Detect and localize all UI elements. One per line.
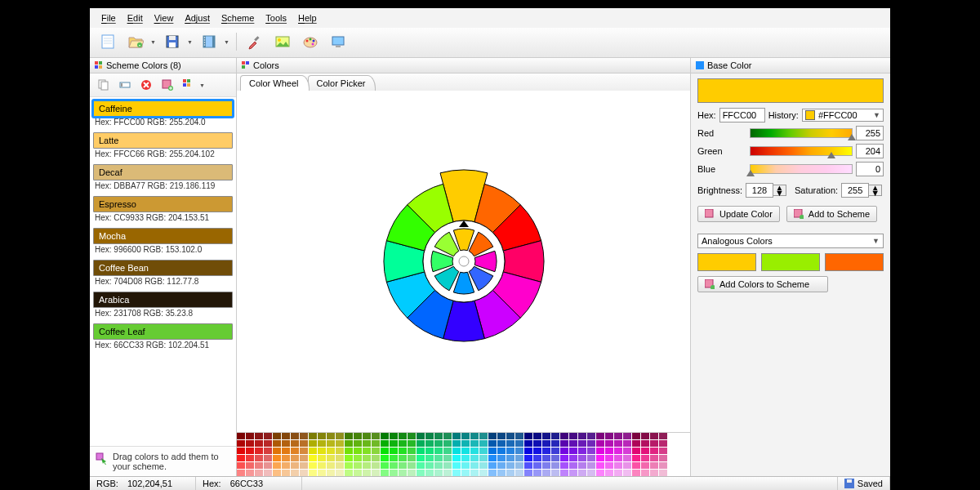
chevron-down-icon: ▼ <box>872 237 880 245</box>
color-wheel[interactable] <box>237 91 690 432</box>
copy-button[interactable] <box>95 77 113 93</box>
svg-rect-184 <box>587 448 595 454</box>
svg-rect-215 <box>434 455 443 461</box>
tab-color-picker[interactable]: Color Picker <box>308 75 376 91</box>
green-slider[interactable] <box>750 146 853 156</box>
section-base-label: Base Color <box>707 60 751 70</box>
history-select[interactable]: #FFCC00 ▼ <box>802 109 884 122</box>
svg-rect-282 <box>605 462 613 469</box>
svg-rect-256 <box>372 462 380 469</box>
save-dropdown-icon[interactable]: ▼ <box>187 39 193 45</box>
scheme-swatch[interactable]: DecafHex: DBBA77 RGB: 219.186.119 <box>93 164 233 194</box>
blue-slider[interactable] <box>750 164 853 174</box>
scheme-swatch[interactable]: CaffeineHex: FFCC00 RGB: 255.204.0 <box>93 100 233 130</box>
eyedropper-button[interactable] <box>243 31 266 52</box>
rename-button[interactable] <box>116 77 134 93</box>
svg-rect-32 <box>696 61 704 69</box>
tab-color-wheel[interactable]: Color Wheel <box>240 75 310 91</box>
saturation-spinner[interactable]: ▲▼ <box>841 183 882 198</box>
menu-scheme[interactable]: Scheme <box>216 11 259 24</box>
menu-help[interactable]: Help <box>293 11 322 24</box>
open-file-button[interactable] <box>124 31 147 52</box>
red-value[interactable] <box>856 126 884 140</box>
svg-rect-28 <box>99 65 102 69</box>
menu-view[interactable]: View <box>149 11 179 24</box>
svg-rect-29 <box>242 61 245 65</box>
view-mode-button[interactable] <box>180 77 198 93</box>
svg-rect-285 <box>632 462 640 469</box>
scheme-swatch[interactable]: Coffee LeafHex: 66CC33 RGB: 102.204.51 <box>93 323 233 353</box>
svg-point-14 <box>204 44 206 46</box>
svg-rect-229 <box>560 455 568 461</box>
view-mode-dropdown-icon[interactable]: ▼ <box>199 82 205 88</box>
svg-rect-222 <box>497 455 506 461</box>
add-swatch-button[interactable] <box>158 77 176 93</box>
svg-rect-120 <box>443 440 452 447</box>
scheme-swatch[interactable]: LatteHex: FFCC66 RGB: 255.204.102 <box>93 132 233 162</box>
svg-rect-140 <box>623 440 631 447</box>
svg-rect-128 <box>515 440 523 447</box>
scheme-list[interactable]: CaffeineHex: FFCC00 RGB: 255.204.0LatteH… <box>90 97 236 446</box>
svg-rect-333 <box>632 470 640 476</box>
analogous-swatch[interactable] <box>697 253 756 271</box>
color-palette[interactable] <box>237 432 690 476</box>
svg-rect-99 <box>255 440 263 447</box>
svg-rect-250 <box>318 462 326 469</box>
hex-label: Hex: <box>697 110 716 120</box>
brightness-spinner[interactable]: ▲▼ <box>746 183 786 198</box>
scheme-swatch[interactable]: ArabicaHex: 231708 RGB: 35.23.8 <box>93 292 233 321</box>
menu-edit[interactable]: Edit <box>122 11 148 24</box>
menu-adjust[interactable]: Adjust <box>180 11 215 24</box>
svg-rect-323 <box>542 470 550 476</box>
red-slider[interactable] <box>750 128 853 138</box>
status-saved: Saved <box>838 477 890 490</box>
delete-button[interactable] <box>137 77 155 93</box>
svg-rect-34 <box>101 82 108 90</box>
open-dropdown-icon[interactable]: ▼ <box>150 39 156 45</box>
green-value[interactable] <box>856 144 884 158</box>
film-dropdown-icon[interactable]: ▼ <box>224 39 229 45</box>
scheme-swatch[interactable]: Coffee BeanHex: 704D08 RGB: 112.77.8 <box>93 260 233 289</box>
section-base-color: Base Color <box>691 58 890 73</box>
image-button[interactable] <box>271 31 294 52</box>
svg-rect-299 <box>327 470 335 476</box>
svg-rect-208 <box>372 455 380 461</box>
status-rgb: RGB: 102,204,51 <box>90 477 196 490</box>
svg-rect-321 <box>524 470 532 476</box>
scheme-swatch[interactable]: MochaHex: 996600 RGB: 153.102.0 <box>93 228 233 257</box>
menu-tools[interactable]: Tools <box>261 11 292 24</box>
svg-rect-73 <box>452 433 461 439</box>
add-to-scheme-button[interactable]: Add to Scheme <box>786 206 877 222</box>
save-button[interactable] <box>161 31 184 52</box>
analogous-swatch[interactable] <box>761 253 820 271</box>
update-color-button[interactable]: Update Color <box>697 206 780 222</box>
svg-rect-156 <box>336 448 344 454</box>
svg-rect-53 <box>273 433 281 439</box>
scheme-toolbar: ▼ <box>90 74 236 97</box>
add-colors-to-scheme-button[interactable]: Add Colors to Scheme <box>697 276 828 292</box>
monitor-button[interactable] <box>327 31 350 52</box>
svg-rect-290 <box>246 470 254 476</box>
scheme-type-select[interactable]: Analogous Colors ▼ <box>697 234 884 248</box>
svg-rect-189 <box>632 448 640 454</box>
svg-rect-91 <box>614 433 622 439</box>
section-scheme-label: Scheme Colors (8) <box>106 60 181 70</box>
scheme-swatch[interactable]: EspressoHex: CC9933 RGB: 204.153.51 <box>93 196 233 225</box>
svg-rect-174 <box>497 448 506 454</box>
analogous-swatch[interactable] <box>825 253 884 271</box>
blue-label: Blue <box>697 164 746 174</box>
palette-button[interactable] <box>299 31 322 52</box>
svg-rect-243 <box>255 462 263 469</box>
chevron-down-icon: ▼ <box>873 111 880 119</box>
svg-rect-103 <box>291 440 299 447</box>
blue-value[interactable] <box>856 162 884 176</box>
hex-input[interactable] <box>719 108 765 122</box>
menu-file[interactable]: File <box>96 11 121 24</box>
svg-rect-150 <box>282 448 290 454</box>
svg-rect-176 <box>515 448 523 454</box>
svg-rect-162 <box>390 448 398 454</box>
film-button[interactable] <box>198 31 220 52</box>
svg-rect-270 <box>497 462 506 469</box>
new-file-button[interactable] <box>96 31 119 52</box>
svg-rect-259 <box>399 462 407 469</box>
